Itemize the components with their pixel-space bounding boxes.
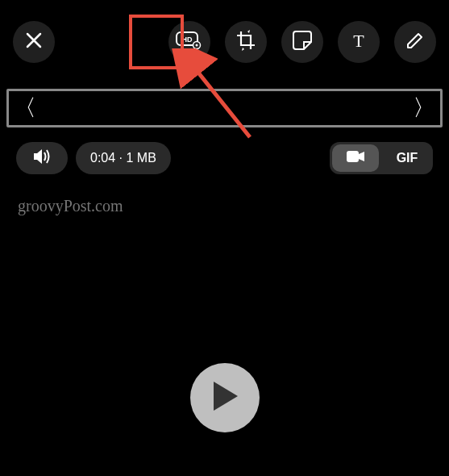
trim-handle-right[interactable]: 〉 <box>413 93 435 123</box>
trim-handle-left[interactable]: 〈 <box>14 93 36 123</box>
svg-point-3 <box>196 44 198 47</box>
format-gif-button[interactable]: GIF <box>381 142 433 174</box>
duration-size-label: 0:04 · 1 MB <box>76 142 171 174</box>
video-info-row: 0:04 · 1 MB GIF <box>0 127 449 174</box>
sticker-button[interactable] <box>281 21 323 63</box>
svg-text:HD: HD <box>182 35 193 44</box>
format-toggle[interactable]: GIF <box>330 142 433 174</box>
svg-text:T: T <box>353 31 364 50</box>
close-button[interactable] <box>13 21 55 63</box>
crop-rotate-button[interactable] <box>225 21 267 63</box>
sticker-icon <box>292 30 313 54</box>
draw-button[interactable] <box>394 21 436 63</box>
svg-rect-6 <box>347 151 359 162</box>
watermark-text: groovyPost.com <box>0 174 449 215</box>
text-icon: T <box>349 31 368 53</box>
video-trim-timeline[interactable]: 〈 〉 <box>6 89 443 127</box>
pencil-icon <box>405 31 425 53</box>
close-icon <box>25 31 43 52</box>
video-camera-icon <box>346 150 365 166</box>
play-button[interactable] <box>190 363 260 432</box>
mute-button[interactable] <box>16 142 68 174</box>
hd-quality-button[interactable]: HD <box>168 21 210 63</box>
speaker-icon <box>32 148 52 168</box>
hd-icon: HD <box>176 31 203 53</box>
format-video-button[interactable] <box>332 144 379 172</box>
crop-rotate-icon <box>235 30 256 54</box>
editor-toolbar: HD T <box>0 0 449 63</box>
play-icon <box>210 380 239 415</box>
text-button[interactable]: T <box>338 21 380 63</box>
